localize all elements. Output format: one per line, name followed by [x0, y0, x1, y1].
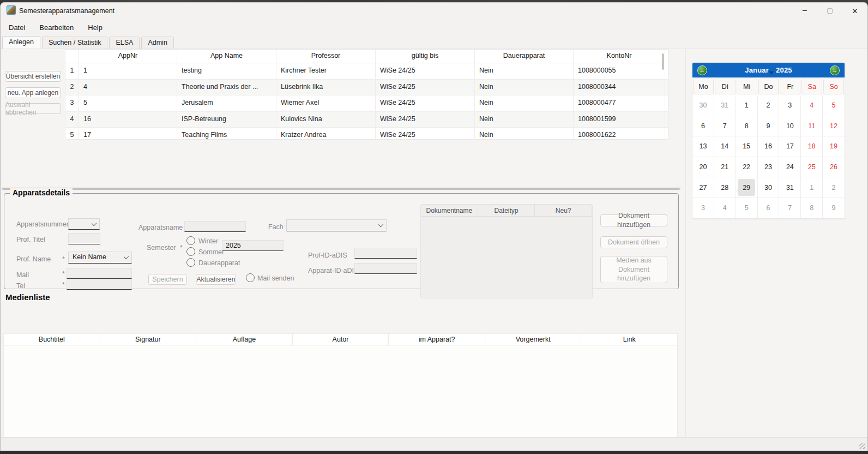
calendar-day-4[interactable]: 4 — [801, 95, 823, 116]
column-header[interactable]: Dauerapparat — [475, 50, 574, 63]
prof-titel-input[interactable] — [68, 233, 100, 244]
calendar-day-29[interactable]: 29 — [736, 177, 758, 198]
calendar-day-8[interactable]: 8 — [736, 116, 758, 137]
calendar-day-12[interactable]: 12 — [823, 116, 845, 137]
column-header[interactable]: gültig bis — [376, 50, 475, 63]
doc-column-header[interactable]: Dateityp — [478, 205, 535, 217]
resize-grip-icon[interactable] — [859, 443, 865, 449]
calendar-day-9[interactable]: 9 — [758, 116, 780, 137]
prof-name-combo[interactable]: Kein Name — [68, 252, 132, 264]
table-row[interactable]: 24Theorie und Praxis der ...Lüsebrink Il… — [65, 80, 668, 96]
calendar-day-13[interactable]: 13 — [692, 136, 714, 157]
menu-datei[interactable]: Datei — [9, 23, 25, 32]
calendar-day-14[interactable]: 14 — [714, 136, 736, 157]
semester-radio-sommer[interactable] — [186, 247, 195, 256]
calendar-day-5[interactable]: 5 — [823, 95, 845, 116]
calendar-next-button[interactable]: → — [830, 65, 840, 75]
mail-senden-checkbox[interactable] — [246, 273, 255, 282]
calendar-month[interactable]: Januar — [745, 66, 769, 74]
apparatsname-input[interactable] — [184, 221, 246, 232]
calendar-day-3[interactable]: 3 — [779, 95, 801, 116]
tel-input[interactable] — [67, 279, 132, 290]
calendar-day-10[interactable]: 10 — [779, 116, 801, 137]
doc-column-header[interactable]: Neu? — [535, 205, 592, 217]
doc-button-2[interactable]: Dokument öffnen — [600, 236, 667, 248]
sidebar-button-2[interactable]: neu. App anlegen — [5, 87, 61, 98]
calendar-day-31[interactable]: 31 — [714, 95, 736, 116]
calendar-day-28[interactable]: 28 — [714, 177, 736, 198]
column-header[interactable]: Professor — [276, 50, 376, 63]
titlebar[interactable]: Semesterapparatsmanagement – ✕ — [1, 3, 867, 19]
calendar-day-7[interactable]: 7 — [779, 198, 801, 219]
apparatsnummer-combo[interactable] — [68, 218, 100, 230]
calendar-day-16[interactable]: 16 — [758, 136, 780, 157]
media-column-header[interactable]: Link — [581, 334, 677, 345]
column-header[interactable]: AppNr — [79, 50, 177, 63]
doc-button-3[interactable]: Medien aus Dokument hinzufügen — [600, 256, 667, 283]
calendar-day-15[interactable]: 15 — [736, 136, 758, 157]
maximize-button[interactable] — [817, 3, 842, 19]
calendar-day-3[interactable]: 3 — [692, 198, 714, 219]
tab-elsa[interactable]: ELSA — [109, 37, 140, 49]
mail-input[interactable] — [67, 268, 132, 279]
calendar-day-1[interactable]: 1 — [801, 177, 823, 198]
calendar-day-27[interactable]: 27 — [692, 177, 714, 198]
menu-bearbeiten[interactable]: Bearbeiten — [39, 23, 74, 32]
calendar-day-4[interactable]: 4 — [714, 198, 736, 219]
calendar-day-23[interactable]: 23 — [758, 157, 780, 178]
media-column-header[interactable]: Buchtitel — [4, 334, 100, 345]
doc-button-1[interactable]: Dokument hinzufügen — [600, 214, 667, 226]
calendar-day-6[interactable]: 6 — [692, 116, 714, 137]
tab-anlegen[interactable]: Anlegen — [2, 36, 40, 49]
media-column-header[interactable]: Auflage — [196, 334, 293, 345]
column-header[interactable]: App Name — [177, 50, 276, 63]
menu-help[interactable]: Help — [88, 23, 103, 32]
semester-radio-dauerapparat[interactable] — [186, 258, 195, 267]
media-column-header[interactable]: Autor — [293, 334, 389, 345]
semester-radio-winter[interactable] — [186, 236, 195, 245]
calendar-day-30[interactable]: 30 — [692, 95, 714, 116]
calendar-day-21[interactable]: 21 — [714, 157, 736, 178]
table-vertical-scrollbar[interactable] — [662, 53, 664, 70]
doc-column-header[interactable]: Dokumentname — [421, 205, 478, 217]
calendar-day-18[interactable]: 18 — [801, 136, 823, 157]
media-column-header[interactable]: Vorgemerkt — [485, 334, 582, 345]
calendar-day-8[interactable]: 8 — [801, 198, 823, 219]
calendar-day-7[interactable]: 7 — [714, 116, 736, 137]
calendar-day-30[interactable]: 30 — [758, 177, 780, 198]
table-row[interactable]: 517Teaching FilmsKratzer AndreaWiSe 24/2… — [65, 128, 668, 140]
calendar-day-24[interactable]: 24 — [779, 157, 801, 178]
calendar-year[interactable]: 2025 — [776, 66, 792, 74]
calendar-day-11[interactable]: 11 — [801, 116, 823, 137]
table-horizontal-scrollbar[interactable] — [2, 187, 682, 190]
calendar-day-17[interactable]: 17 — [779, 136, 801, 157]
table-row[interactable]: 416ISP-BetreuungKulovics NinaWiSe 24/25N… — [65, 112, 668, 128]
table-row[interactable]: 35JerusalemWiemer AxelWiSe 24/25Nein1008… — [65, 95, 668, 112]
semester-year-input[interactable]: 2025 — [222, 240, 284, 251]
speichern-button[interactable]: Speichern — [148, 274, 187, 285]
calendar-day-6[interactable]: 6 — [758, 198, 780, 219]
close-button[interactable]: ✕ — [842, 3, 867, 19]
minimize-button[interactable]: – — [792, 3, 817, 19]
calendar-day-31[interactable]: 31 — [779, 177, 801, 198]
calendar-day-25[interactable]: 25 — [801, 157, 823, 178]
table-row[interactable]: 11testingKirchner TesterWiSe 24/25Nein10… — [65, 63, 668, 80]
tab-admin[interactable]: Admin — [141, 37, 173, 49]
fach-combo[interactable] — [286, 219, 387, 231]
calendar-day-2[interactable]: 2 — [758, 95, 780, 116]
calendar-day-1[interactable]: 1 — [736, 95, 758, 116]
calendar-day-9[interactable]: 9 — [823, 198, 845, 219]
column-header[interactable]: KontoNr — [574, 50, 665, 63]
media-column-header[interactable]: im Apparat? — [389, 334, 485, 345]
sidebar-button-3[interactable]: Auswahl abbrechen — [5, 103, 61, 114]
calendar-title[interactable]: Januar2025 — [745, 66, 792, 74]
calendar-day-19[interactable]: 19 — [823, 136, 845, 157]
calendar-day-2[interactable]: 2 — [823, 177, 845, 198]
media-column-header[interactable]: Signatur — [100, 334, 197, 345]
calendar-day-20[interactable]: 20 — [692, 157, 714, 178]
aktualisieren-button[interactable]: Aktualisieren — [196, 274, 236, 285]
prof-id-input[interactable] — [354, 248, 417, 259]
calendar-prev-button[interactable]: ← — [697, 65, 707, 75]
calendar-day-26[interactable]: 26 — [823, 157, 845, 178]
apparat-id-input[interactable] — [354, 263, 417, 274]
